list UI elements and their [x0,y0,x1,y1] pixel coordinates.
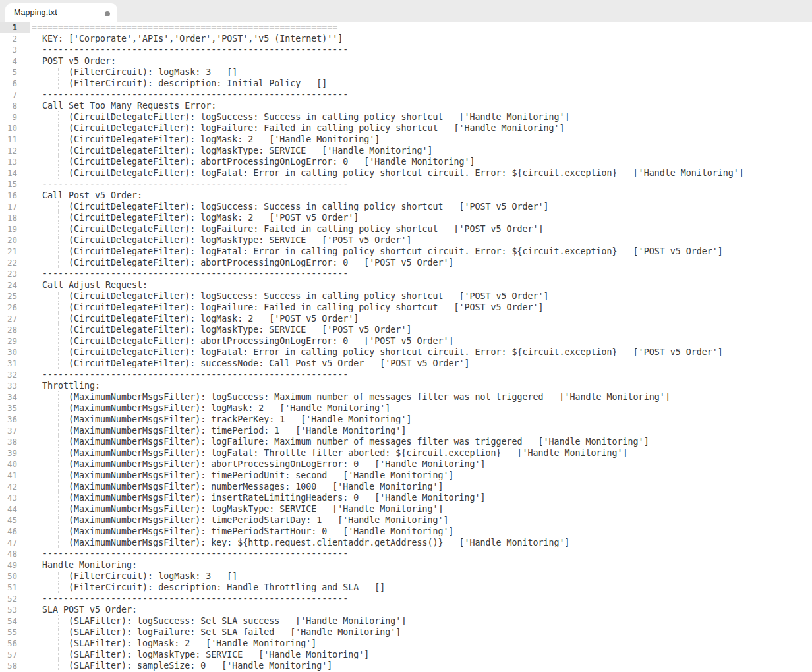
line-number: 20 [0,235,30,246]
line-number: 55 [0,627,30,638]
line-number: 42 [0,481,30,492]
code-line: 11 (CircuitDelegateFilter): logMask: 2 [… [0,134,812,145]
code-line: 24 Call Adjust Request: [0,279,812,291]
line-number: 36 [0,414,30,425]
line-number: 29 [0,335,30,347]
code-line: 6 (FilterCircuit): description: Initial … [0,78,812,89]
line-number: 19 [0,223,30,235]
code-text: (MaximumNumberMsgsFilter): insertRateLim… [32,492,485,503]
code-line: 4 POST v5 Order: [0,55,812,67]
line-number: 16 [0,190,30,201]
line-number: 44 [0,503,30,515]
line-number: 49 [0,559,30,571]
code-lines: 1=======================================… [0,22,812,671]
line-number: 7 [0,89,30,100]
code-line: 44 (MaximumNumberMsgsFilter): logMaskTyp… [0,503,812,515]
code-text: ----------------------------------------… [32,89,348,100]
line-number: 53 [0,604,30,615]
code-text: (CircuitDelegateFilter): logMaskType: SE… [32,324,411,335]
line-number: 50 [0,571,30,582]
code-text: (SLAFilter): logMaskType: SERVICE ['Hand… [32,649,369,660]
code-text: ----------------------------------------… [32,369,348,380]
code-text: (CircuitDelegateFilter): abortProcessing… [32,257,453,268]
line-number: 32 [0,369,30,380]
line-number: 35 [0,403,30,414]
tab-bar: Mapping.txt [0,0,812,22]
text-editor-window: Mapping.txt 1===========================… [0,0,812,672]
line-number: 56 [0,638,30,649]
code-text: (CircuitDelegateFilter): logFailure: Fai… [32,123,565,134]
line-number: 46 [0,526,30,537]
code-text: (CircuitDelegateFilter): successNode: Ca… [32,358,469,369]
code-line: 35 (MaximumNumberMsgsFilter): logMask: 2… [0,403,812,414]
line-number: 24 [0,279,30,291]
code-text: (CircuitDelegateFilter): logMaskType: SE… [32,235,411,246]
code-line: 50 (FilterCircuit): logMask: 3 [] [0,571,812,582]
code-line: 21 (CircuitDelegateFilter): logFatal: Er… [0,246,812,257]
gutter-separator [30,22,30,672]
code-line: 41 (MaximumNumberMsgsFilter): timePeriod… [0,470,812,481]
code-text: (FilterCircuit): logMask: 3 [] [32,67,237,78]
code-line: 22 (CircuitDelegateFilter): abortProcess… [0,257,812,268]
tab-mapping-txt[interactable]: Mapping.txt [5,3,117,22]
line-number: 4 [0,55,30,67]
line-number: 48 [0,548,30,559]
code-line: 29 (CircuitDelegateFilter): abortProcess… [0,335,812,347]
code-text: (FilterCircuit): description: Handle Thr… [32,582,385,593]
code-text: (CircuitDelegateFilter): logFailure: Fai… [32,223,544,235]
code-line: 14 (CircuitDelegateFilter): logFatal: Er… [0,167,812,179]
tab-title: Mapping.txt [14,8,57,17]
line-number: 41 [0,470,30,481]
line-number: 14 [0,167,30,179]
code-text: (MaximumNumberMsgsFilter): logMask: 2 ['… [32,403,390,414]
code-line: 32 -------------------------------------… [0,369,812,380]
code-text: (MaximumNumberMsgsFilter): abortProcessi… [32,459,485,470]
code-text: ----------------------------------------… [32,268,348,279]
code-line: 36 (MaximumNumberMsgsFilter): trackPerKe… [0,414,812,425]
line-number: 39 [0,447,30,459]
line-number: 18 [0,212,30,223]
line-number: 21 [0,246,30,257]
code-line: 43 (MaximumNumberMsgsFilter): insertRate… [0,492,812,503]
code-line: 1=======================================… [0,22,812,33]
code-line: 54 (SLAFilter): logSuccess: Set SLA succ… [0,615,812,627]
code-line: 52 -------------------------------------… [0,593,812,604]
code-text: (FilterCircuit): description: Initial Po… [32,78,327,89]
code-line: 3 --------------------------------------… [0,44,812,55]
code-text: (CircuitDelegateFilter): logSuccess: Suc… [32,111,570,123]
line-number: 43 [0,492,30,503]
code-text: POST v5 Order: [32,55,116,67]
line-number: 5 [0,67,30,78]
code-line: 15 -------------------------------------… [0,179,812,190]
editor-pane[interactable]: 1=======================================… [0,22,812,672]
code-text: (MaximumNumberMsgsFilter): timePeriodSta… [32,515,448,526]
line-number: 51 [0,582,30,593]
code-line: 48 -------------------------------------… [0,548,812,559]
code-text: Throttling: [32,380,100,391]
code-text: (CircuitDelegateFilter): logFailure: Fai… [32,302,544,313]
line-number: 38 [0,436,30,447]
line-number: 25 [0,291,30,302]
code-text: (CircuitDelegateFilter): logMaskType: SE… [32,145,432,156]
line-number: 11 [0,134,30,145]
code-text: SLA POST v5 Order: [32,604,137,615]
code-line: 37 (MaximumNumberMsgsFilter): timePeriod… [0,425,812,436]
code-text: (CircuitDelegateFilter): logSuccess: Suc… [32,291,549,302]
line-number: 2 [0,33,30,44]
line-number: 13 [0,156,30,167]
code-text: (MaximumNumberMsgsFilter): logFailure: M… [32,436,649,447]
line-number: 37 [0,425,30,436]
code-line: 26 (CircuitDelegateFilter): logFailure: … [0,302,812,313]
code-line: 27 (CircuitDelegateFilter): logMask: 2 [… [0,313,812,324]
code-line: 12 (CircuitDelegateFilter): logMaskType:… [0,145,812,156]
code-text: (MaximumNumberMsgsFilter): timePeriodSta… [32,526,453,537]
line-number: 54 [0,615,30,627]
code-text: (MaximumNumberMsgsFilter): logSuccess: M… [32,391,670,403]
code-text: (CircuitDelegateFilter): abortProcessing… [32,335,453,347]
code-text: (CircuitDelegateFilter): logMask: 2 ['PO… [32,313,359,324]
code-text: ----------------------------------------… [32,548,348,559]
code-line: 16 Call Post v5 Order: [0,190,812,201]
code-line: 57 (SLAFilter): logMaskType: SERVICE ['H… [0,649,812,660]
line-number: 26 [0,302,30,313]
code-line: 23 -------------------------------------… [0,268,812,279]
